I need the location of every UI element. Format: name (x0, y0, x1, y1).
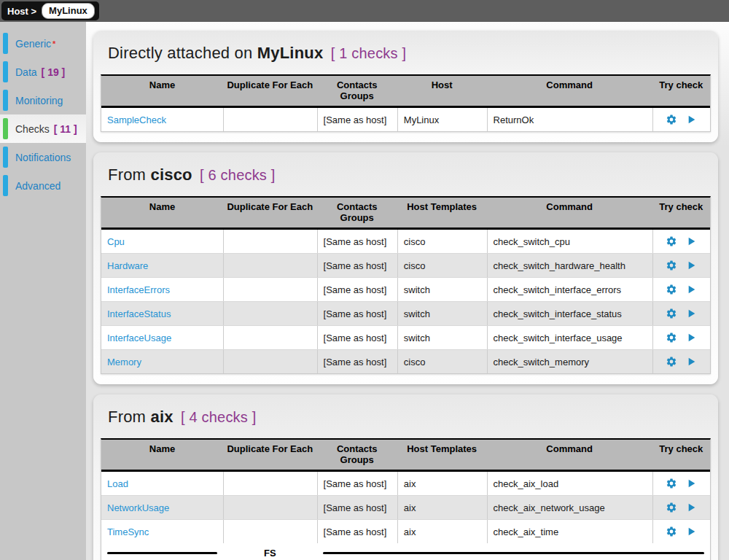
table-row: Hardware [Same as host] cisco check_swit… (101, 253, 710, 277)
column-header: Duplicate For Each (223, 440, 317, 470)
divider-line-left (107, 552, 217, 554)
play-icon[interactable] (685, 478, 697, 489)
table-body: Load [Same as host] aix check_aix_load N… (101, 472, 710, 560)
check-name-link[interactable]: Cpu (107, 236, 125, 247)
checks-table: NameDuplicate For EachContacts GroupsHos… (101, 74, 711, 132)
table-row: Cpu [Same as host] cisco check_switch_cp… (101, 230, 710, 253)
table-header-row: NameDuplicate For EachContacts GroupsHos… (101, 198, 710, 230)
sidebar-item-notifications[interactable]: Notifications (0, 143, 86, 171)
column-header: Command (487, 76, 652, 106)
section-title: Directly attached on MyLinux [ 1 checks … (108, 44, 711, 63)
duplicate-group-label: FS (223, 546, 317, 560)
check-name-link[interactable]: InterfaceUsage (107, 332, 171, 343)
host-cell: switch (397, 302, 487, 325)
contacts-groups-cell: [Same as host] (317, 326, 397, 349)
host-cell: switch (397, 278, 487, 301)
gear-icon[interactable] (666, 114, 677, 125)
checks-section: From cisco [ 6 checks ] NameDuplicate Fo… (93, 152, 718, 384)
play-icon[interactable] (685, 260, 697, 271)
section-check-count: [ 4 checks ] (181, 409, 257, 425)
table-row: NetworkUsage [Same as host] aix check_ai… (101, 495, 710, 519)
check-name-link[interactable]: SampleCheck (107, 114, 166, 125)
gear-icon[interactable] (666, 356, 677, 368)
contacts-groups-cell: [Same as host] (317, 230, 397, 253)
column-header: Try check (652, 76, 710, 106)
contacts-groups-cell: [Same as host] (317, 302, 397, 325)
host-cell: aix (397, 496, 487, 519)
check-name-link[interactable]: Hardware (107, 260, 148, 271)
column-header: Host (397, 76, 487, 106)
try-check-cell (652, 472, 710, 495)
section-title-prefix: From (108, 408, 146, 426)
column-header: Duplicate For Each (223, 198, 317, 228)
check-name-link[interactable]: NetworkUsage (107, 502, 169, 513)
sidebar-item-generic[interactable]: Generic * (0, 29, 86, 58)
check-name-link[interactable]: InterfaceErrors (107, 284, 170, 295)
sidebar-item-monitoring[interactable]: Monitoring (0, 86, 86, 114)
check-name-link[interactable]: Load (107, 478, 128, 489)
gear-icon[interactable] (666, 260, 677, 271)
table-body: Cpu [Same as host] cisco check_switch_cp… (101, 230, 710, 373)
required-asterisk: * (52, 39, 55, 48)
contacts-groups-cell: [Same as host] (317, 254, 397, 277)
play-icon[interactable] (685, 356, 697, 368)
sidebar-item-label: Notifications (15, 152, 71, 163)
section-title-prefix: From (108, 166, 146, 184)
section-title-source: MyLinux (257, 44, 324, 62)
sidebar-item-label: Generic (15, 38, 51, 50)
play-icon[interactable] (685, 502, 697, 513)
column-header: Duplicate For Each (223, 76, 317, 106)
section-title: From cisco [ 6 checks ] (108, 166, 711, 184)
play-icon[interactable] (685, 526, 697, 537)
host-cell: aix (397, 520, 487, 543)
try-check-cell (652, 496, 710, 519)
topbar: Host > MyLinux (0, 0, 729, 22)
command-cell: ReturnOk (487, 108, 652, 131)
contacts-groups-cell: [Same as host] (317, 108, 397, 131)
sidebar-accent-bar (3, 147, 8, 168)
play-icon[interactable] (685, 332, 697, 343)
command-cell: check_switch_interface_usage (487, 326, 652, 349)
column-header: Try check (652, 440, 710, 470)
play-icon[interactable] (685, 284, 697, 295)
contacts-groups-cell: [Same as host] (317, 496, 397, 519)
duplicate-for-each-cell (223, 520, 317, 543)
host-cell: cisco (397, 230, 487, 253)
sidebar-item-data[interactable]: Data [ 19 ] (0, 58, 86, 86)
gear-icon[interactable] (666, 332, 677, 343)
contacts-groups-cell: [Same as host] (317, 350, 397, 373)
duplicate-for-each-cell (223, 496, 317, 519)
sidebar-item-label: Advanced (15, 180, 61, 192)
host-badge[interactable]: MyLinux (42, 3, 95, 19)
contacts-groups-cell: [Same as host] (317, 472, 397, 495)
column-header: Name (101, 440, 223, 470)
gear-icon[interactable] (666, 284, 677, 295)
gear-icon[interactable] (666, 526, 677, 537)
sidebar-accent-bar (3, 61, 8, 82)
duplicate-group-divider-row: FS (101, 543, 710, 560)
duplicate-for-each-cell (223, 472, 317, 495)
check-name-link[interactable]: TimeSync (107, 526, 149, 537)
play-icon[interactable] (685, 308, 697, 319)
check-name-link[interactable]: Memory (107, 357, 141, 368)
command-cell: check_switch_cpu (487, 230, 652, 253)
checks-section: Directly attached on MyLinux [ 1 checks … (93, 31, 718, 142)
gear-icon[interactable] (666, 308, 677, 319)
table-row: Load [Same as host] aix check_aix_load (101, 472, 710, 495)
check-name-link[interactable]: InterfaceStatus (107, 308, 171, 319)
gear-icon[interactable] (666, 236, 677, 247)
play-icon[interactable] (685, 114, 697, 125)
breadcrumb: Host > MyLinux (1, 1, 99, 20)
gear-icon[interactable] (666, 478, 677, 489)
try-check-cell (652, 350, 710, 373)
gear-icon[interactable] (666, 502, 677, 513)
command-cell: check_aix_time (487, 520, 652, 543)
try-check-cell (652, 326, 710, 349)
sidebar-item-checks[interactable]: Checks [ 11 ] (0, 114, 86, 143)
column-header: Command (487, 440, 652, 470)
sidebar-item-advanced[interactable]: Advanced (0, 171, 86, 200)
try-check-cell (652, 520, 710, 543)
table-row: InterfaceStatus [Same as host] switch ch… (101, 301, 710, 325)
play-icon[interactable] (685, 236, 697, 247)
sidebar-accent-bar (3, 175, 8, 196)
